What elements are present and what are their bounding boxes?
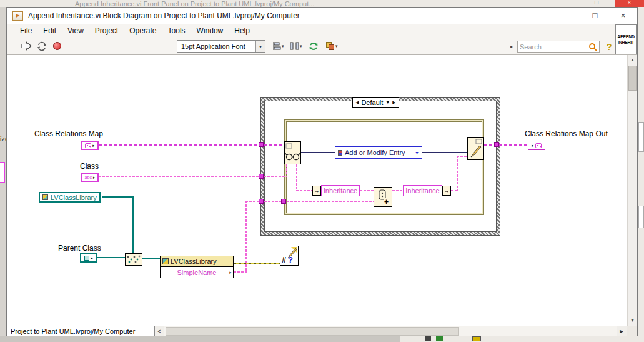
tunnel[interactable]	[494, 142, 499, 147]
background-maximize-button[interactable]: □	[595, 0, 598, 6]
vertical-scrollbar-thumb[interactable]	[628, 66, 637, 91]
previous-case-icon[interactable]: ◀	[355, 100, 359, 105]
run-continuously-button[interactable]	[37, 41, 47, 51]
simplename-string-wire[interactable]	[245, 201, 374, 202]
map-wire[interactable]	[484, 144, 528, 146]
context-tab-label: Project to Plant UML.lvproj/My Computer	[11, 328, 135, 335]
class-reference-icon	[162, 258, 169, 264]
menu-project[interactable]: Project	[89, 26, 124, 35]
label-class-relations-map[interactable]: Class Relations Map	[34, 129, 103, 138]
class-string-wire[interactable]	[286, 164, 287, 177]
horizontal-scrollbar-thumb[interactable]	[166, 327, 459, 336]
class-wire[interactable]	[102, 196, 134, 198]
unbundle-element[interactable]: Inheritance	[321, 185, 360, 196]
clean-up-diagram-button[interactable]	[309, 41, 319, 51]
scroll-left-button[interactable]: <	[155, 326, 164, 336]
class-wire[interactable]	[132, 196, 134, 254]
property-node-item[interactable]: SimpleName ▸	[161, 267, 233, 278]
block-diagram[interactable]: Class Relations Map Class Parent Class C…	[7, 55, 628, 326]
statusbar: Project to Plant UML.lvproj/My Computer …	[7, 326, 637, 336]
property-node[interactable]: LVClassLibrary SimpleName ▸	[160, 256, 234, 278]
tunnel[interactable]	[281, 199, 286, 204]
menu-window[interactable]: Window	[191, 26, 229, 35]
menu-help[interactable]: Help	[229, 26, 255, 35]
maximize-button[interactable]: □	[581, 8, 609, 24]
context-tab[interactable]: Project to Plant UML.lvproj/My Computer	[7, 326, 155, 336]
cluster-wire[interactable]	[451, 190, 457, 191]
search-input[interactable]	[520, 43, 588, 51]
menu-view[interactable]: View	[62, 26, 89, 35]
simplename-string-wire[interactable]	[234, 271, 247, 273]
menu-edit[interactable]: Edit	[37, 26, 62, 35]
minimize-button[interactable]: –	[553, 8, 581, 24]
clear-errors-node[interactable]: # ?	[280, 246, 299, 266]
font-selector-label: 15pt Application Font	[181, 43, 245, 50]
label-class-relations-map-out[interactable]: Class Relations Map Out	[525, 129, 608, 138]
cluster-wire[interactable]	[457, 156, 458, 191]
unbundle-input-terminal[interactable]: →	[312, 186, 321, 196]
help-button[interactable]: ?	[603, 41, 615, 53]
to-more-specific-class-node[interactable]	[125, 253, 142, 266]
map-write-node[interactable]	[467, 137, 484, 160]
scroll-right-button[interactable]: ►	[617, 326, 626, 336]
close-button[interactable]: ×	[609, 8, 637, 24]
font-selector[interactable]: 15pt Application Font ▼	[177, 40, 265, 53]
config-link-wire[interactable]	[422, 152, 467, 153]
map-get-node[interactable]	[284, 141, 301, 164]
background-close-button[interactable]: ×	[615, 0, 644, 7]
tunnel[interactable]	[259, 142, 264, 147]
tunnel[interactable]	[259, 199, 264, 204]
horizontal-scrollbar[interactable]	[164, 326, 617, 336]
array-wire[interactable]	[360, 190, 374, 191]
map-config-dropdown[interactable]: Add or Modify Entry ▼	[335, 146, 422, 159]
property-caret-icon: ▸	[229, 270, 232, 275]
scroll-down-button[interactable]: ▼	[628, 316, 637, 326]
vertical-scrollbar[interactable]: ▲ ▼	[627, 55, 637, 326]
config-link-wire[interactable]	[301, 152, 335, 153]
lvclasslibrary-constant[interactable]: LVClassLibrary	[39, 192, 101, 203]
unbundle-field-label: Inheritance	[324, 187, 357, 194]
bundle-element[interactable]: Inheritance	[403, 185, 442, 196]
svg-text:?: ?	[288, 255, 293, 264]
titlebar[interactable]: ▶ Append Inheritance.vi Block Diagram on…	[7, 8, 637, 24]
simplename-string-wire[interactable]	[245, 201, 247, 273]
cluster-wire[interactable]	[457, 156, 467, 157]
map-wire[interactable]	[99, 144, 284, 146]
case-selector[interactable]: ◀ Default ▼ ▶	[352, 97, 399, 108]
class-terminal[interactable]: abc ▸	[81, 173, 99, 182]
bundle-output-terminal[interactable]: →	[442, 186, 451, 196]
lvclasslibrary-label: LVClassLibrary	[51, 194, 97, 201]
next-case-icon[interactable]: ▶	[392, 100, 395, 105]
reorder-button[interactable]: ▾	[325, 41, 338, 51]
class-wire[interactable]	[97, 257, 125, 258]
scroll-up-button[interactable]: ▲	[628, 55, 637, 65]
insert-into-set-node[interactable]: +	[374, 187, 392, 207]
arrow-right-icon: →	[444, 188, 450, 194]
value-cluster-wire[interactable]	[296, 190, 312, 191]
property-node-header[interactable]: LVClassLibrary	[161, 256, 233, 267]
class-relations-map-terminal[interactable]: ▸	[81, 141, 99, 150]
vi-icon[interactable]: APPEND INHERIT	[615, 24, 637, 54]
menu-operate[interactable]: Operate	[124, 26, 162, 35]
menu-file[interactable]: File	[14, 26, 37, 35]
label-parent-class[interactable]: Parent Class	[58, 244, 101, 253]
distribute-objects-button[interactable]: ▾	[290, 41, 302, 51]
menu-tools[interactable]: Tools	[162, 26, 191, 35]
align-objects-button[interactable]: ▾	[272, 41, 284, 51]
error-wire[interactable]	[234, 263, 280, 264]
array-wire[interactable]	[392, 190, 403, 191]
background-minimize-button[interactable]: –	[565, 0, 569, 6]
map-type-icon	[85, 143, 91, 148]
chevron-down-icon: ▼	[255, 41, 265, 52]
parent-class-terminal[interactable]: ▸	[80, 253, 97, 263]
class-wire[interactable]	[142, 258, 160, 259]
run-button[interactable]	[21, 41, 32, 51]
tunnel[interactable]	[259, 174, 264, 179]
value-cluster-wire[interactable]	[296, 164, 297, 191]
chevron-down-icon[interactable]: ▼	[385, 100, 390, 104]
toolbar-overflow-button[interactable]: ▸	[510, 44, 513, 49]
class-relations-map-out-terminal[interactable]: ▸	[528, 141, 545, 150]
label-class[interactable]: Class	[80, 162, 99, 171]
right-fragment-panel	[638, 7, 644, 336]
abort-button[interactable]	[53, 42, 61, 50]
